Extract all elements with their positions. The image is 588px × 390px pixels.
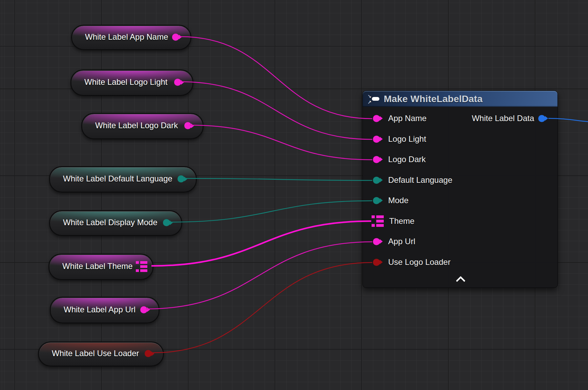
enum-input-pin[interactable] bbox=[373, 177, 380, 184]
input-row-logo-light: Logo Light bbox=[363, 132, 426, 146]
var-node-default-language[interactable]: White Label Default Language bbox=[49, 166, 197, 193]
pin-label: White Label Data bbox=[472, 114, 534, 123]
chevron-up-icon bbox=[456, 276, 465, 286]
pin-label: Mode bbox=[388, 196, 408, 205]
string-input-pin[interactable] bbox=[373, 238, 380, 245]
pin-label: Default Language bbox=[388, 175, 453, 185]
input-row-theme: Theme bbox=[363, 214, 415, 228]
string-input-pin[interactable] bbox=[373, 156, 380, 163]
blueprint-graph-canvas[interactable]: White Label App Name White Label Logo Li… bbox=[0, 0, 588, 390]
string-output-pin[interactable] bbox=[174, 79, 181, 86]
input-row-app-url: App Url bbox=[363, 235, 415, 248]
wire-theme[interactable] bbox=[151, 221, 371, 266]
node-title: Make WhiteLabelData bbox=[384, 91, 483, 107]
wire-logo-light[interactable] bbox=[180, 82, 372, 139]
enum-output-pin[interactable] bbox=[177, 175, 185, 182]
wire-app-name[interactable] bbox=[180, 37, 372, 119]
var-node-use-loader[interactable]: White Label Use Loader bbox=[38, 342, 164, 367]
var-node-label: White Label Use Loader bbox=[52, 343, 139, 364]
var-node-label: White Label App Url bbox=[64, 298, 135, 321]
bool-output-pin[interactable] bbox=[145, 350, 152, 357]
make-struct-icon: ↘↗ bbox=[368, 94, 381, 104]
var-node-label: White Label Theme bbox=[62, 255, 133, 278]
var-node-label: White Label App Name bbox=[85, 26, 168, 48]
pin-label: Use Logo Loader bbox=[388, 257, 450, 267]
var-node-label: White Label Logo Dark bbox=[95, 114, 178, 137]
input-row-mode: Mode bbox=[363, 194, 408, 207]
input-row-default-language: Default Language bbox=[363, 173, 453, 187]
var-node-theme[interactable]: White Label Theme bbox=[48, 254, 153, 280]
var-node-display-mode[interactable]: White Label Display Mode bbox=[49, 210, 182, 236]
var-node-label: White Label Logo Light bbox=[84, 71, 168, 94]
make-whitelabeldata-node[interactable]: ↘↗ Make WhiteLabelData App Name Logo Lig… bbox=[362, 91, 558, 288]
pin-label: App Name bbox=[388, 114, 426, 123]
pin-label: App Url bbox=[388, 237, 415, 246]
struct-grid-icon[interactable] bbox=[372, 215, 384, 227]
output-row-white-label-data: White Label Data bbox=[472, 112, 558, 125]
struct-output-pin[interactable] bbox=[538, 115, 545, 122]
var-node-logo-light[interactable]: White Label Logo Light bbox=[70, 70, 193, 96]
var-node-label: White Label Default Language bbox=[63, 167, 172, 190]
wire-app-url[interactable] bbox=[146, 242, 372, 309]
wire-use-loader[interactable] bbox=[153, 262, 372, 353]
enum-output-pin[interactable] bbox=[163, 219, 170, 226]
pin-label: Logo Light bbox=[388, 134, 426, 144]
string-input-pin[interactable] bbox=[373, 136, 380, 143]
input-row-logo-dark: Logo Dark bbox=[363, 153, 426, 166]
wire-logo-dark[interactable] bbox=[190, 125, 372, 160]
string-input-pin[interactable] bbox=[373, 115, 380, 122]
var-node-logo-dark[interactable]: White Label Logo Dark bbox=[81, 113, 204, 139]
wire-display-mode[interactable] bbox=[170, 201, 372, 222]
input-row-use-logo-loader: Use Logo Loader bbox=[363, 255, 450, 269]
var-node-app-name[interactable]: White Label App Name bbox=[71, 25, 191, 50]
collapse-node-button[interactable] bbox=[454, 274, 468, 285]
var-node-label: White Label Display Mode bbox=[63, 211, 158, 234]
pin-label: Logo Dark bbox=[388, 155, 426, 164]
bool-input-pin[interactable] bbox=[373, 259, 380, 266]
string-output-pin[interactable] bbox=[140, 306, 147, 313]
struct-grid-icon[interactable] bbox=[135, 261, 148, 272]
input-row-app-name: App Name bbox=[363, 112, 426, 125]
enum-input-pin[interactable] bbox=[373, 197, 380, 204]
node-title-bar[interactable]: ↘↗ Make WhiteLabelData bbox=[363, 91, 558, 107]
string-output-pin[interactable] bbox=[172, 34, 179, 41]
wire-default-language[interactable] bbox=[185, 178, 372, 180]
var-node-app-url[interactable]: White Label App Url bbox=[50, 297, 160, 324]
pin-label: Theme bbox=[389, 216, 415, 226]
string-output-pin[interactable] bbox=[184, 122, 191, 129]
